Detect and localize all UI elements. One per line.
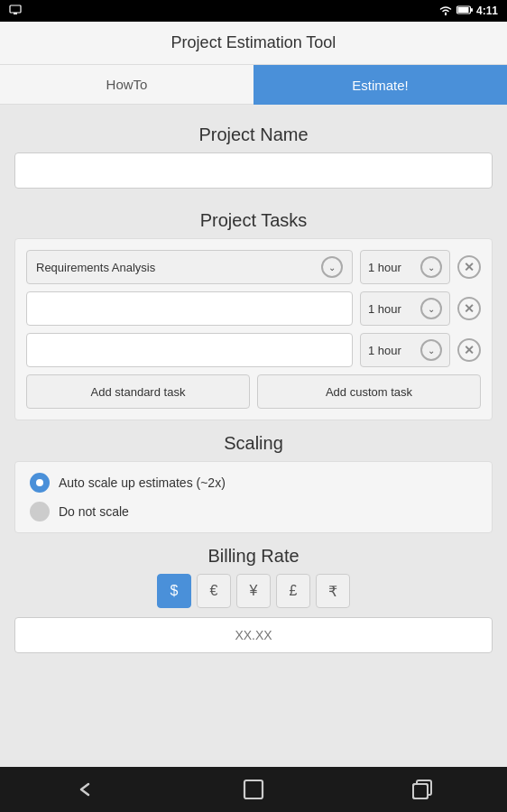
hour-dropdown-3[interactable]: 1 hour ⌄ (360, 333, 450, 367)
billing-rate-input[interactable] (14, 617, 493, 653)
hour-label-2: 1 hour (368, 302, 417, 316)
status-bar: 4:11 (0, 0, 507, 22)
hour-dropdown-1[interactable]: 1 hour ⌄ (360, 250, 450, 284)
project-name-title: Project Name (14, 125, 493, 145)
remove-task-1[interactable]: ✕ (457, 255, 481, 279)
task-row: 1 hour ⌄ ✕ (26, 333, 481, 367)
billing-card: $ € ¥ £ ₹ (14, 574, 493, 653)
tab-howto[interactable]: HowTo (0, 65, 254, 105)
radio-auto[interactable] (30, 473, 50, 493)
scaling-option-none[interactable]: Do not scale (30, 502, 477, 521)
svg-rect-5 (244, 780, 263, 798)
currency-usd[interactable]: $ (157, 574, 191, 608)
scaling-none-label: Do not scale (59, 504, 129, 519)
currency-eur[interactable]: € (197, 574, 231, 608)
task-name-input-2[interactable] (26, 291, 353, 326)
main-content: Project Name Project Tasks Requirements … (0, 105, 507, 767)
svg-rect-3 (471, 8, 473, 12)
svg-rect-0 (10, 5, 21, 13)
tab-estimate[interactable]: Estimate! (254, 65, 507, 105)
task-dropdown-arrow-1[interactable]: ⌄ (321, 256, 343, 278)
task-name-dropdown-1[interactable]: Requirements Analysis ⌄ (26, 250, 353, 284)
currency-gbp[interactable]: £ (276, 574, 310, 608)
hour-dropdown-2[interactable]: 1 hour ⌄ (360, 291, 450, 326)
status-icons: 4:11 (438, 5, 498, 18)
remove-task-2[interactable]: ✕ (457, 297, 481, 320)
add-custom-task-button[interactable]: Add custom task (257, 374, 481, 409)
hour-arrow-2[interactable]: ⌄ (420, 298, 442, 319)
currency-jpy[interactable]: ¥ (236, 574, 271, 608)
tasks-card: Requirements Analysis ⌄ 1 hour ⌄ ✕ 1 hou… (14, 238, 493, 420)
currency-buttons: $ € ¥ £ ₹ (14, 574, 493, 608)
title-bar: Project Estimation Tool (0, 22, 507, 65)
add-standard-task-button[interactable]: Add standard task (26, 374, 250, 409)
task-name-label-1: Requirements Analysis (36, 261, 155, 274)
svg-rect-1 (14, 13, 17, 14)
page-title: Project Estimation Tool (171, 33, 336, 52)
task-row: Requirements Analysis ⌄ 1 hour ⌄ ✕ (26, 250, 481, 284)
hour-arrow-3[interactable]: ⌄ (420, 339, 442, 361)
bottom-nav (0, 767, 507, 812)
clock: 4:11 (476, 5, 498, 17)
home-button[interactable] (235, 771, 272, 807)
tab-bar[interactable]: HowTo Estimate! (0, 65, 507, 105)
wifi-icon (438, 5, 453, 18)
scaling-title: Scaling (14, 433, 493, 454)
project-name-input[interactable] (14, 152, 493, 189)
back-button[interactable] (67, 771, 103, 807)
screen-icon (9, 4, 22, 19)
scaling-card: Auto scale up estimates (~2x) Do not sca… (14, 461, 493, 533)
billing-rate-title: Billing Rate (14, 546, 493, 567)
remove-task-3[interactable]: ✕ (457, 338, 481, 362)
recent-apps-button[interactable] (404, 771, 440, 807)
project-tasks-title: Project Tasks (14, 210, 493, 231)
task-buttons: Add standard task Add custom task (26, 374, 481, 409)
currency-inr[interactable]: ₹ (316, 574, 350, 608)
radio-none[interactable] (30, 502, 50, 521)
task-row: 1 hour ⌄ ✕ (26, 291, 481, 326)
svg-rect-7 (413, 784, 428, 798)
hour-arrow-1[interactable]: ⌄ (420, 256, 442, 278)
hour-label-1: 1 hour (368, 261, 417, 274)
hour-label-3: 1 hour (368, 344, 417, 357)
scaling-option-auto[interactable]: Auto scale up estimates (~2x) (30, 473, 477, 493)
svg-rect-4 (457, 7, 468, 13)
battery-icon (456, 5, 473, 17)
task-name-input-3[interactable] (26, 333, 353, 367)
scaling-auto-label: Auto scale up estimates (~2x) (59, 475, 226, 490)
